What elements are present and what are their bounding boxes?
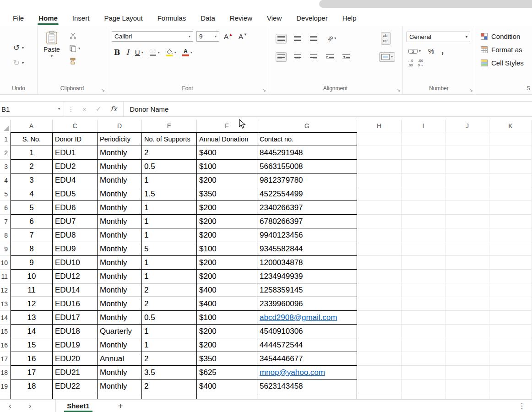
data-cell[interactable]: Monthly — [98, 283, 142, 297]
data-cell[interactable]: $400 — [197, 297, 257, 311]
empty-cell[interactable] — [357, 242, 402, 256]
data-cell[interactable]: 7 — [11, 228, 53, 242]
empty-cell[interactable] — [402, 311, 445, 325]
row-header[interactable]: 3 — [0, 160, 11, 173]
empty-cell[interactable] — [357, 338, 402, 352]
cut-button[interactable] — [70, 33, 80, 39]
data-cell[interactable]: 5663155008 — [257, 160, 357, 173]
align-top-button[interactable] — [276, 34, 287, 43]
empty-cell[interactable] — [489, 228, 532, 242]
column-header-D[interactable]: D — [98, 120, 142, 132]
data-cell[interactable]: EDU10 — [53, 256, 98, 270]
data-cell[interactable] — [11, 393, 53, 399]
data-cell[interactable]: 1 — [142, 338, 197, 352]
empty-cell[interactable] — [357, 325, 402, 338]
data-cell[interactable]: 2340266397 — [257, 201, 357, 215]
data-cell[interactable]: EDU6 — [53, 201, 98, 215]
number-format-select[interactable]: General ▾ — [407, 32, 470, 42]
empty-cell[interactable] — [445, 146, 489, 160]
data-cell[interactable]: $200 — [197, 215, 257, 228]
empty-cell[interactable] — [402, 242, 445, 256]
data-cell[interactable]: 4540910306 — [257, 325, 357, 338]
enter-button[interactable]: ✓ — [91, 102, 106, 116]
data-cell[interactable]: 5623143458 — [257, 379, 357, 393]
row-header[interactable]: 4 — [0, 173, 11, 187]
empty-cell[interactable] — [402, 352, 445, 366]
data-cell[interactable]: $100 — [197, 160, 257, 173]
data-cell[interactable] — [257, 393, 357, 399]
empty-cell[interactable] — [402, 132, 445, 146]
data-cell[interactable]: 5 — [11, 201, 53, 215]
empty-cell[interactable] — [489, 146, 532, 160]
data-cell[interactable]: 5 — [142, 242, 197, 256]
chevron-down-icon[interactable]: ▾ — [334, 37, 336, 40]
row-header[interactable]: 12 — [0, 283, 11, 297]
empty-cell[interactable] — [357, 215, 402, 228]
data-cell[interactable]: Quarterly — [98, 325, 142, 338]
data-cell[interactable]: $200 — [197, 201, 257, 215]
chevron-down-icon[interactable]: ▾ — [58, 107, 60, 111]
row-header[interactable]: 17 — [0, 352, 11, 366]
column-header-F[interactable]: F — [197, 120, 257, 132]
empty-cell[interactable] — [402, 146, 445, 160]
empty-cell[interactable] — [402, 270, 445, 283]
decrease-font-size-button[interactable]: A▼ — [237, 33, 249, 40]
data-cell[interactable]: 13 — [11, 311, 53, 325]
align-right-button[interactable] — [309, 53, 319, 61]
data-cell[interactable]: 0.5 — [142, 311, 197, 325]
empty-cell[interactable] — [357, 297, 402, 311]
data-cell[interactable]: EDU18 — [53, 325, 98, 338]
data-cell[interactable]: Monthly — [98, 256, 142, 270]
empty-cell[interactable] — [357, 379, 402, 393]
data-cell[interactable]: Annual — [98, 352, 142, 366]
column-header-C[interactable]: C — [53, 120, 98, 132]
dialog-launcher-icon[interactable]: ↘ — [101, 88, 105, 92]
menu-tab-view[interactable]: View — [260, 10, 289, 26]
data-cell[interactable]: Monthly — [98, 242, 142, 256]
chevron-down-icon[interactable]: ▾ — [22, 61, 24, 65]
data-cell[interactable] — [142, 393, 197, 399]
data-cell[interactable]: 8 — [11, 242, 53, 256]
name-box[interactable]: B1 ▾ — [0, 102, 64, 116]
empty-cell[interactable] — [402, 187, 445, 201]
header-cell[interactable]: Donor ID — [53, 132, 98, 146]
row-header[interactable]: 9 — [0, 242, 11, 256]
data-cell[interactable]: 1.5 — [142, 187, 197, 201]
data-cell[interactable]: 6 — [11, 215, 53, 228]
data-cell[interactable]: 4522554499 — [257, 187, 357, 201]
prev-sheet-button[interactable]: ‹ — [0, 402, 20, 410]
empty-cell[interactable] — [402, 379, 445, 393]
empty-cell[interactable] — [489, 338, 532, 352]
data-cell[interactable]: 1 — [142, 215, 197, 228]
drag-handle-icon[interactable]: ⋮ — [64, 102, 78, 116]
data-cell[interactable] — [197, 393, 257, 399]
data-cell[interactable]: 4 — [11, 187, 53, 201]
chevron-down-icon[interactable]: ▾ — [391, 55, 393, 59]
data-cell[interactable]: EDU7 — [53, 215, 98, 228]
empty-cell[interactable] — [445, 352, 489, 366]
column-header-I[interactable]: I — [402, 120, 445, 132]
header-cell[interactable]: S. No. — [11, 132, 53, 146]
data-cell[interactable]: $200 — [197, 228, 257, 242]
data-cell[interactable]: 18 — [11, 379, 53, 393]
empty-cell[interactable] — [402, 366, 445, 379]
data-cell[interactable]: 12 — [11, 297, 53, 311]
menu-tab-page-layout[interactable]: Page Layout — [97, 10, 150, 26]
empty-cell[interactable] — [402, 283, 445, 297]
data-cell[interactable]: 1258359145 — [257, 283, 357, 297]
data-cell[interactable]: 15 — [11, 338, 53, 352]
data-cell[interactable]: 2 — [142, 352, 197, 366]
menu-tab-file[interactable]: File — [5, 10, 31, 26]
data-cell[interactable]: EDU17 — [53, 311, 98, 325]
data-cell[interactable]: Monthly — [98, 270, 142, 283]
empty-cell[interactable] — [489, 270, 532, 283]
data-cell[interactable]: Monthly — [98, 160, 142, 173]
menu-tab-review[interactable]: Review — [223, 10, 260, 26]
row-header[interactable]: 13 — [0, 297, 11, 311]
data-cell[interactable]: EDU8 — [53, 228, 98, 242]
orientation-button[interactable]: ab ▾ — [325, 36, 336, 41]
data-cell[interactable]: EDU19 — [53, 338, 98, 352]
empty-cell[interactable] — [357, 201, 402, 215]
data-cell[interactable]: 3 — [11, 173, 53, 187]
data-cell[interactable]: $200 — [197, 325, 257, 338]
